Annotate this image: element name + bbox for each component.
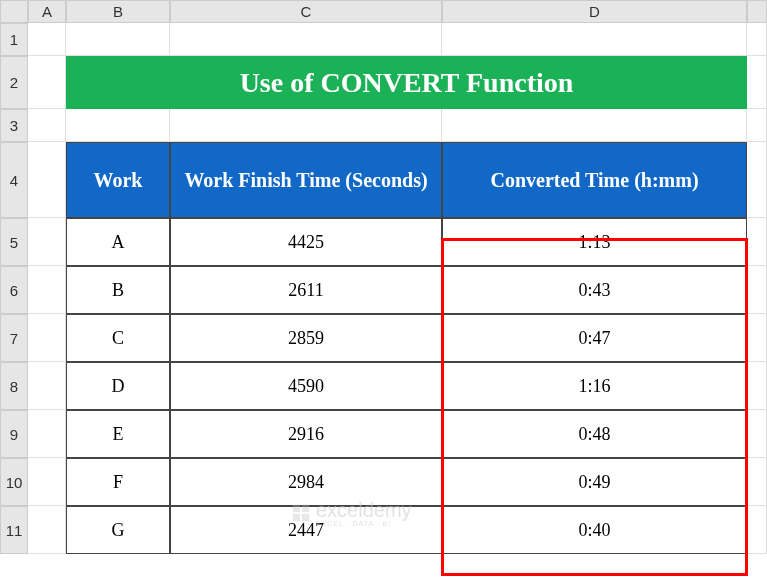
column-header-a[interactable]: A: [28, 0, 66, 23]
watermark: exceldemy EXCEL · DATA · BI: [290, 499, 412, 527]
table-header-seconds[interactable]: Work Finish Time (Seconds): [170, 142, 442, 218]
table-cell-work-0[interactable]: A: [66, 218, 170, 266]
row-header-6[interactable]: 6: [0, 266, 28, 314]
column-header-b[interactable]: B: [66, 0, 170, 23]
table-cell-work-6[interactable]: G: [66, 506, 170, 554]
svg-rect-2: [293, 514, 300, 521]
table-cell-converted-1[interactable]: 0:43: [442, 266, 747, 314]
row-header-2[interactable]: 2: [0, 56, 28, 109]
table-header-work[interactable]: Work: [66, 142, 170, 218]
cell-blank-1: [747, 23, 767, 56]
table-cell-seconds-0[interactable]: 4425: [170, 218, 442, 266]
svg-rect-3: [302, 514, 309, 521]
cell-blank-5: [747, 218, 767, 266]
cell-blank-4: [747, 142, 767, 218]
cell-blank-10: [747, 458, 767, 506]
svg-rect-1: [302, 505, 309, 512]
select-all-corner[interactable]: [0, 0, 28, 23]
row-header-9[interactable]: 9: [0, 410, 28, 458]
spreadsheet-grid: A B C D 1 2 Use of CONVERT Function 3 4 …: [0, 0, 767, 554]
cell-c1[interactable]: [170, 23, 442, 56]
cell-blank-6: [747, 266, 767, 314]
cell-blank-9: [747, 410, 767, 458]
cell-b3[interactable]: [66, 109, 170, 142]
table-cell-seconds-2[interactable]: 2859: [170, 314, 442, 362]
watermark-tagline: EXCEL · DATA · BI: [316, 520, 412, 527]
table-cell-work-2[interactable]: C: [66, 314, 170, 362]
svg-rect-0: [293, 505, 300, 512]
row-header-7[interactable]: 7: [0, 314, 28, 362]
cell-c3[interactable]: [170, 109, 442, 142]
table-cell-converted-0[interactable]: 1:13: [442, 218, 747, 266]
cell-a9[interactable]: [28, 410, 66, 458]
cell-d1[interactable]: [442, 23, 747, 56]
row-header-8[interactable]: 8: [0, 362, 28, 410]
row-header-4[interactable]: 4: [0, 142, 28, 218]
cell-d3[interactable]: [442, 109, 747, 142]
watermark-icon: [290, 502, 312, 524]
table-cell-converted-6[interactable]: 0:40: [442, 506, 747, 554]
cell-a6[interactable]: [28, 266, 66, 314]
cell-blank-8: [747, 362, 767, 410]
table-cell-seconds-3[interactable]: 4590: [170, 362, 442, 410]
table-cell-converted-3[interactable]: 1:16: [442, 362, 747, 410]
cell-a2[interactable]: [28, 56, 66, 109]
row-header-3[interactable]: 3: [0, 109, 28, 142]
table-cell-seconds-4[interactable]: 2916: [170, 410, 442, 458]
cell-a4[interactable]: [28, 142, 66, 218]
watermark-brand: exceldemy: [316, 499, 412, 521]
table-cell-seconds-1[interactable]: 2611: [170, 266, 442, 314]
table-cell-converted-4[interactable]: 0:48: [442, 410, 747, 458]
cell-blank-3: [747, 109, 767, 142]
table-cell-work-1[interactable]: B: [66, 266, 170, 314]
row-header-11[interactable]: 11: [0, 506, 28, 554]
table-cell-work-4[interactable]: E: [66, 410, 170, 458]
cell-a1[interactable]: [28, 23, 66, 56]
cell-blank-7: [747, 314, 767, 362]
row-header-1[interactable]: 1: [0, 23, 28, 56]
cell-b1[interactable]: [66, 23, 170, 56]
cell-a11[interactable]: [28, 506, 66, 554]
cell-a3[interactable]: [28, 109, 66, 142]
cell-a5[interactable]: [28, 218, 66, 266]
row-header-5[interactable]: 5: [0, 218, 28, 266]
table-cell-converted-2[interactable]: 0:47: [442, 314, 747, 362]
page-title[interactable]: Use of CONVERT Function: [66, 56, 747, 109]
table-cell-converted-5[interactable]: 0:49: [442, 458, 747, 506]
row-header-10[interactable]: 10: [0, 458, 28, 506]
cell-blank-11: [747, 506, 767, 554]
column-header-c[interactable]: C: [170, 0, 442, 23]
column-header-d[interactable]: D: [442, 0, 747, 23]
cell-a10[interactable]: [28, 458, 66, 506]
cell-blank-2: [747, 56, 767, 109]
cell-a7[interactable]: [28, 314, 66, 362]
table-header-converted[interactable]: Converted Time (h:mm): [442, 142, 747, 218]
column-header-blank: [747, 0, 767, 23]
table-cell-work-5[interactable]: F: [66, 458, 170, 506]
table-cell-work-3[interactable]: D: [66, 362, 170, 410]
cell-a8[interactable]: [28, 362, 66, 410]
